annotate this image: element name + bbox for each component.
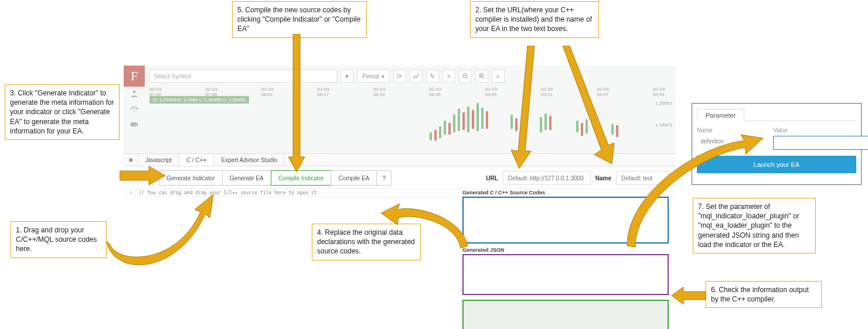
launch-ea-button[interactable]: Launch your EA <box>697 156 856 173</box>
svg-point-7 <box>133 91 136 94</box>
app-screenshot: F ▾ Period ▾ ⟳ ✎ ≡ ＋ 02-03 07:2902-03 07… <box>124 66 676 329</box>
zoom-out-icon[interactable] <box>459 70 472 83</box>
parameter-tabs: Parameter <box>697 108 856 121</box>
action-row: Generate Indicator Generate EA Compile I… <box>124 167 676 189</box>
param-col-name: Name <box>697 127 767 133</box>
price-axis: 1.20553 1.20473 <box>655 101 672 128</box>
candlestick-chart <box>424 97 646 148</box>
callout-5: 5. Compile the new source codes by click… <box>232 1 367 38</box>
period-dropdown[interactable]: Period ▾ <box>357 70 390 83</box>
compile-indicator-button[interactable]: Compile Indicator <box>271 170 332 186</box>
symbol-input[interactable] <box>149 70 337 83</box>
generated-source-box[interactable] <box>462 197 669 244</box>
list-icon[interactable]: ≡ <box>442 70 455 83</box>
person-icon[interactable] <box>130 89 139 98</box>
source-editor[interactable]: 1 // You can drag and drop your C/C++ so… <box>124 189 676 197</box>
callout-6: 6. Check the information output by the C… <box>706 281 822 308</box>
action-buttons: Generate Indicator Generate EA Compile I… <box>159 170 392 186</box>
tab-c-cpp[interactable]: C / C++ <box>179 154 214 166</box>
left-rail <box>127 89 141 129</box>
generated-source-label: Generated C / C++ Source Codes <box>462 190 545 196</box>
help-button[interactable]: ? <box>376 170 392 186</box>
close-tab-icon[interactable]: ✖ <box>124 154 138 166</box>
param-col-value: Value <box>773 127 788 133</box>
symbol-dropdown-icon[interactable]: ▾ <box>341 70 353 83</box>
generated-json-box[interactable] <box>462 254 669 295</box>
url-label: URL <box>486 175 498 181</box>
callout-2: 2. Set the URL(where your C++ compiler i… <box>470 1 599 38</box>
zoom-in-icon[interactable] <box>475 70 488 83</box>
time-axis: 02-03 07:2902-03 07:4502-03 08:0102-03 0… <box>149 87 676 96</box>
pencil-icon[interactable]: ✎ <box>426 70 439 83</box>
app-logo: F <box>124 66 145 87</box>
ohlc-badge: O: 1.20459 H: 1.2046 L: 1.20456 C: 1.204… <box>149 96 249 104</box>
generate-indicator-button[interactable]: Generate Indicator <box>159 170 223 186</box>
svg-rect-10 <box>131 122 136 126</box>
compiler-fields: URL Name <box>486 171 676 185</box>
svg-line-4 <box>483 77 485 79</box>
parameter-header: Name Value <box>697 127 856 133</box>
parameter-row: definition <box>697 136 856 150</box>
line-number: 1 <box>124 190 135 196</box>
callout-4: 4. Replace the original data declaration… <box>312 224 421 261</box>
param-name-cell: definition <box>697 136 767 150</box>
tab-ea-studio[interactable]: Expert Advisor Studio <box>214 154 285 166</box>
top-toolbar: ▾ Period ▾ ⟳ ✎ ≡ ＋ <box>149 69 505 83</box>
compiler-output-box[interactable] <box>462 300 669 329</box>
callout-7: 7. Set the parameter of "mql_indicator_l… <box>693 198 816 253</box>
camera-icon[interactable] <box>130 119 139 129</box>
lang-tabs: ✖ Javascript C / C++ Expert Advisor Stud… <box>124 153 676 166</box>
generate-ea-button[interactable]: Generate EA <box>222 170 271 186</box>
compile-ea-button[interactable]: Compile EA <box>331 170 377 186</box>
callout-3: 3. Click "Generate Indicator" to generat… <box>5 84 120 140</box>
generated-json-label: Generated JSON <box>462 247 505 253</box>
editor-hint: // You can drag and drop your C/C++ sour… <box>135 190 319 196</box>
parameter-tab[interactable]: Parameter <box>697 109 744 121</box>
name-label: Name <box>595 175 611 181</box>
arrow-6 <box>672 287 707 304</box>
url-input[interactable] <box>503 171 591 185</box>
svg-line-1 <box>467 77 468 79</box>
chart-line-icon[interactable] <box>410 70 423 83</box>
plus-icon[interactable]: ＋ <box>492 70 505 83</box>
chart-area: F ▾ Period ▾ ⟳ ✎ ≡ ＋ 02-03 07:2902-03 07… <box>124 66 676 153</box>
tab-javascript[interactable]: Javascript <box>138 154 179 166</box>
refresh-icon[interactable]: ⟳ <box>393 70 406 83</box>
name-input[interactable] <box>616 171 669 185</box>
callout-1: 1. Drag and drop your C/C++/MQL source c… <box>11 221 107 258</box>
param-value-input[interactable] <box>773 136 868 150</box>
parameter-panel: Parameter Name Value definition Launch y… <box>692 103 862 185</box>
balance-scale-icon[interactable] <box>130 104 139 114</box>
